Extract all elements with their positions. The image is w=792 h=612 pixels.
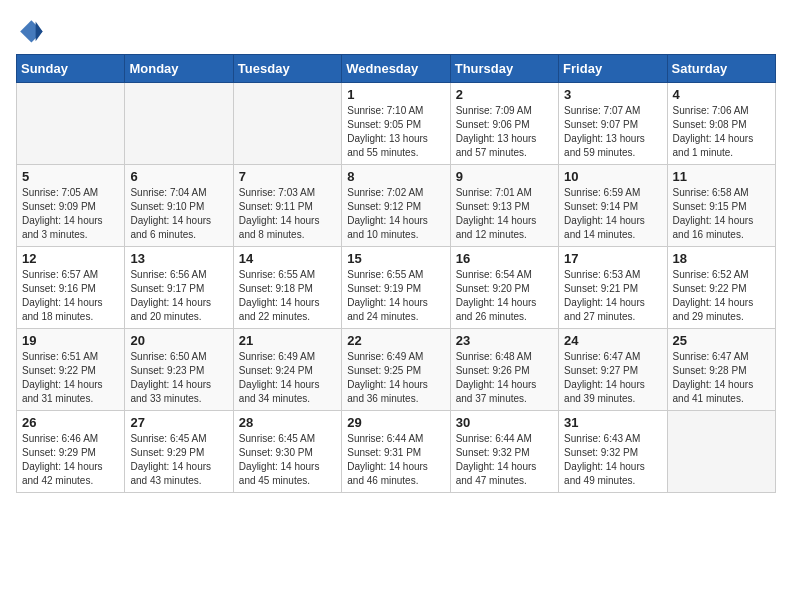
day-info: Sunrise: 7:07 AMSunset: 9:07 PMDaylight:…	[564, 104, 661, 160]
header	[16, 16, 776, 44]
day-number: 22	[347, 333, 444, 348]
day-number: 31	[564, 415, 661, 430]
week-row-4: 19Sunrise: 6:51 AMSunset: 9:22 PMDayligh…	[17, 329, 776, 411]
day-number: 19	[22, 333, 119, 348]
day-cell	[233, 83, 341, 165]
day-cell: 10Sunrise: 6:59 AMSunset: 9:14 PMDayligh…	[559, 165, 667, 247]
day-cell: 19Sunrise: 6:51 AMSunset: 9:22 PMDayligh…	[17, 329, 125, 411]
day-cell: 9Sunrise: 7:01 AMSunset: 9:13 PMDaylight…	[450, 165, 558, 247]
day-info: Sunrise: 6:47 AMSunset: 9:28 PMDaylight:…	[673, 350, 770, 406]
day-number: 25	[673, 333, 770, 348]
day-number: 17	[564, 251, 661, 266]
day-cell: 4Sunrise: 7:06 AMSunset: 9:08 PMDaylight…	[667, 83, 775, 165]
col-header-wednesday: Wednesday	[342, 55, 450, 83]
day-number: 16	[456, 251, 553, 266]
day-number: 30	[456, 415, 553, 430]
day-number: 10	[564, 169, 661, 184]
day-number: 18	[673, 251, 770, 266]
day-cell: 22Sunrise: 6:49 AMSunset: 9:25 PMDayligh…	[342, 329, 450, 411]
day-info: Sunrise: 6:56 AMSunset: 9:17 PMDaylight:…	[130, 268, 227, 324]
day-number: 15	[347, 251, 444, 266]
day-number: 4	[673, 87, 770, 102]
day-number: 7	[239, 169, 336, 184]
day-number: 14	[239, 251, 336, 266]
day-cell: 5Sunrise: 7:05 AMSunset: 9:09 PMDaylight…	[17, 165, 125, 247]
day-cell	[17, 83, 125, 165]
day-info: Sunrise: 6:45 AMSunset: 9:30 PMDaylight:…	[239, 432, 336, 488]
day-info: Sunrise: 6:59 AMSunset: 9:14 PMDaylight:…	[564, 186, 661, 242]
day-cell: 27Sunrise: 6:45 AMSunset: 9:29 PMDayligh…	[125, 411, 233, 493]
logo-icon	[16, 16, 44, 44]
col-header-tuesday: Tuesday	[233, 55, 341, 83]
col-header-monday: Monday	[125, 55, 233, 83]
day-info: Sunrise: 6:44 AMSunset: 9:31 PMDaylight:…	[347, 432, 444, 488]
day-info: Sunrise: 6:57 AMSunset: 9:16 PMDaylight:…	[22, 268, 119, 324]
day-number: 11	[673, 169, 770, 184]
day-cell: 1Sunrise: 7:10 AMSunset: 9:05 PMDaylight…	[342, 83, 450, 165]
day-info: Sunrise: 6:48 AMSunset: 9:26 PMDaylight:…	[456, 350, 553, 406]
day-number: 1	[347, 87, 444, 102]
day-cell: 29Sunrise: 6:44 AMSunset: 9:31 PMDayligh…	[342, 411, 450, 493]
day-cell: 13Sunrise: 6:56 AMSunset: 9:17 PMDayligh…	[125, 247, 233, 329]
week-row-2: 5Sunrise: 7:05 AMSunset: 9:09 PMDaylight…	[17, 165, 776, 247]
day-cell: 25Sunrise: 6:47 AMSunset: 9:28 PMDayligh…	[667, 329, 775, 411]
day-info: Sunrise: 6:46 AMSunset: 9:29 PMDaylight:…	[22, 432, 119, 488]
day-cell: 11Sunrise: 6:58 AMSunset: 9:15 PMDayligh…	[667, 165, 775, 247]
day-number: 12	[22, 251, 119, 266]
col-header-friday: Friday	[559, 55, 667, 83]
day-info: Sunrise: 6:52 AMSunset: 9:22 PMDaylight:…	[673, 268, 770, 324]
day-cell: 12Sunrise: 6:57 AMSunset: 9:16 PMDayligh…	[17, 247, 125, 329]
day-info: Sunrise: 6:49 AMSunset: 9:24 PMDaylight:…	[239, 350, 336, 406]
week-row-5: 26Sunrise: 6:46 AMSunset: 9:29 PMDayligh…	[17, 411, 776, 493]
day-cell	[667, 411, 775, 493]
day-number: 28	[239, 415, 336, 430]
day-number: 3	[564, 87, 661, 102]
day-info: Sunrise: 6:54 AMSunset: 9:20 PMDaylight:…	[456, 268, 553, 324]
svg-marker-1	[36, 22, 43, 42]
day-number: 6	[130, 169, 227, 184]
day-cell: 30Sunrise: 6:44 AMSunset: 9:32 PMDayligh…	[450, 411, 558, 493]
day-number: 23	[456, 333, 553, 348]
day-cell: 21Sunrise: 6:49 AMSunset: 9:24 PMDayligh…	[233, 329, 341, 411]
day-number: 13	[130, 251, 227, 266]
day-info: Sunrise: 7:06 AMSunset: 9:08 PMDaylight:…	[673, 104, 770, 160]
day-cell: 28Sunrise: 6:45 AMSunset: 9:30 PMDayligh…	[233, 411, 341, 493]
day-cell: 7Sunrise: 7:03 AMSunset: 9:11 PMDaylight…	[233, 165, 341, 247]
col-header-saturday: Saturday	[667, 55, 775, 83]
day-number: 21	[239, 333, 336, 348]
day-info: Sunrise: 6:43 AMSunset: 9:32 PMDaylight:…	[564, 432, 661, 488]
day-info: Sunrise: 6:58 AMSunset: 9:15 PMDaylight:…	[673, 186, 770, 242]
day-cell: 24Sunrise: 6:47 AMSunset: 9:27 PMDayligh…	[559, 329, 667, 411]
day-info: Sunrise: 6:55 AMSunset: 9:19 PMDaylight:…	[347, 268, 444, 324]
day-cell: 17Sunrise: 6:53 AMSunset: 9:21 PMDayligh…	[559, 247, 667, 329]
day-number: 24	[564, 333, 661, 348]
day-cell: 26Sunrise: 6:46 AMSunset: 9:29 PMDayligh…	[17, 411, 125, 493]
day-info: Sunrise: 7:10 AMSunset: 9:05 PMDaylight:…	[347, 104, 444, 160]
week-row-1: 1Sunrise: 7:10 AMSunset: 9:05 PMDaylight…	[17, 83, 776, 165]
day-cell: 14Sunrise: 6:55 AMSunset: 9:18 PMDayligh…	[233, 247, 341, 329]
day-cell: 31Sunrise: 6:43 AMSunset: 9:32 PMDayligh…	[559, 411, 667, 493]
day-cell: 8Sunrise: 7:02 AMSunset: 9:12 PMDaylight…	[342, 165, 450, 247]
logo	[16, 16, 48, 44]
day-cell: 18Sunrise: 6:52 AMSunset: 9:22 PMDayligh…	[667, 247, 775, 329]
col-header-thursday: Thursday	[450, 55, 558, 83]
day-number: 5	[22, 169, 119, 184]
day-info: Sunrise: 7:05 AMSunset: 9:09 PMDaylight:…	[22, 186, 119, 242]
day-info: Sunrise: 6:51 AMSunset: 9:22 PMDaylight:…	[22, 350, 119, 406]
day-number: 29	[347, 415, 444, 430]
day-number: 27	[130, 415, 227, 430]
day-cell	[125, 83, 233, 165]
day-number: 20	[130, 333, 227, 348]
day-number: 26	[22, 415, 119, 430]
day-info: Sunrise: 6:55 AMSunset: 9:18 PMDaylight:…	[239, 268, 336, 324]
day-cell: 2Sunrise: 7:09 AMSunset: 9:06 PMDaylight…	[450, 83, 558, 165]
day-number: 2	[456, 87, 553, 102]
day-info: Sunrise: 6:44 AMSunset: 9:32 PMDaylight:…	[456, 432, 553, 488]
day-info: Sunrise: 6:47 AMSunset: 9:27 PMDaylight:…	[564, 350, 661, 406]
day-info: Sunrise: 6:49 AMSunset: 9:25 PMDaylight:…	[347, 350, 444, 406]
week-row-3: 12Sunrise: 6:57 AMSunset: 9:16 PMDayligh…	[17, 247, 776, 329]
col-header-sunday: Sunday	[17, 55, 125, 83]
day-number: 9	[456, 169, 553, 184]
day-cell: 20Sunrise: 6:50 AMSunset: 9:23 PMDayligh…	[125, 329, 233, 411]
day-info: Sunrise: 7:03 AMSunset: 9:11 PMDaylight:…	[239, 186, 336, 242]
